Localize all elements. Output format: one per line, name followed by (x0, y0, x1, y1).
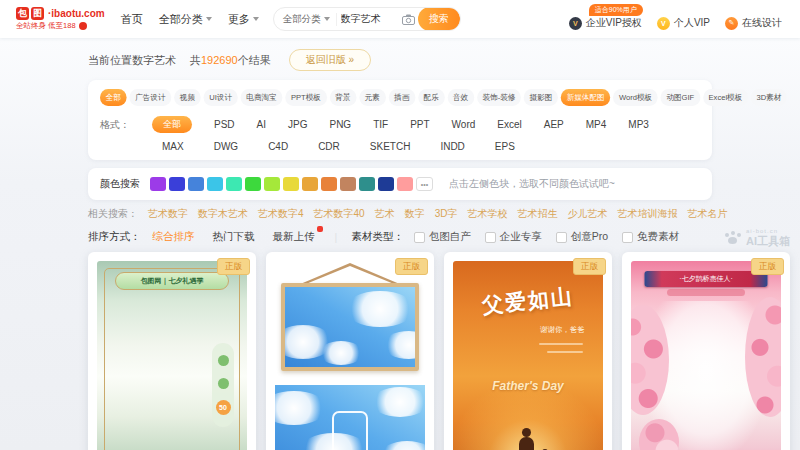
tab-all[interactable]: 全部 (100, 89, 127, 106)
related-link[interactable]: 艺术学校 (467, 207, 507, 221)
tab-video[interactable]: 视频 (174, 89, 201, 106)
result-card-sky-frame[interactable]: 正版 (266, 252, 434, 450)
nav-home[interactable]: 首页 (121, 12, 143, 27)
format-aep[interactable]: AEP (544, 119, 564, 130)
format-dwg[interactable]: DWG (214, 141, 238, 152)
tab-ad-design[interactable]: 广告设计 (129, 89, 171, 106)
personal-vip-icon: V (657, 17, 670, 30)
tab-excel[interactable]: Excel模板 (703, 89, 748, 106)
chevron-down-icon (324, 17, 330, 21)
sort-newest[interactable]: 最新上传 (273, 230, 315, 244)
related-link[interactable]: 艺术培训海报 (617, 207, 677, 221)
format-row-1: 格式： 全部 PSD AI JPG PNG TIF PPT Word Excel… (100, 116, 700, 133)
related-link[interactable]: 艺术数字40 (314, 207, 365, 221)
format-indd[interactable]: INDD (440, 141, 464, 152)
related-link[interactable]: 数字木艺术 (198, 207, 248, 221)
tab-photography[interactable]: 摄影图 (524, 89, 558, 106)
site-logo[interactable]: 包 图 ·ibaotu.com 全站终身 低至188 (16, 7, 105, 31)
color-swatch-orange[interactable] (321, 177, 337, 191)
related-link[interactable]: 少儿艺术 (567, 207, 607, 221)
color-swatch-sky[interactable] (207, 177, 223, 191)
format-cdr[interactable]: CDR (318, 141, 340, 152)
result-card-fathers-day[interactable]: 正版 父爱如山 谢谢你，爸爸 Father's Day (444, 252, 612, 450)
tab-word[interactable]: Word模板 (613, 89, 658, 106)
more-colors-button[interactable]: ••• (416, 177, 433, 191)
format-mp3[interactable]: MP3 (628, 119, 649, 130)
checkbox-enterprise[interactable]: 企业专享 (485, 230, 542, 244)
format-tif[interactable]: TIF (373, 119, 388, 130)
related-link[interactable]: 艺术招生 (517, 207, 557, 221)
coupon-value: 50 (216, 400, 231, 415)
search-button[interactable]: 搜索 (418, 7, 460, 31)
color-swatch-green[interactable] (245, 177, 261, 191)
format-sketch[interactable]: SKETCH (370, 141, 411, 152)
related-link[interactable]: 艺术数字 (148, 207, 188, 221)
enterprise-vip-link[interactable]: V 企业VIP授权 (569, 16, 642, 30)
sort-popular[interactable]: 热门下载 (213, 230, 255, 244)
format-ppt[interactable]: PPT (410, 119, 429, 130)
checkbox-self-produced[interactable]: 包图自产 (414, 230, 471, 244)
color-swatch-teal[interactable] (359, 177, 375, 191)
format-all[interactable]: 全部 (152, 116, 192, 133)
color-swatch-yellow[interactable] (283, 177, 299, 191)
color-swatch-brown[interactable] (340, 177, 356, 191)
tab-sound[interactable]: 音效 (447, 89, 474, 106)
back-to-old-version-button[interactable]: 返回旧版 » (289, 49, 371, 71)
color-swatch-purple[interactable] (150, 177, 166, 191)
format-max[interactable]: MAX (162, 141, 184, 152)
breadcrumb-keyword: 数字艺术 (132, 53, 176, 68)
format-word[interactable]: Word (452, 119, 476, 130)
tab-background[interactable]: 背景 (329, 89, 356, 106)
related-link[interactable]: 数字 (405, 207, 425, 221)
tab-new-media[interactable]: 新媒体配图 (561, 89, 610, 106)
color-swatch-amber[interactable] (302, 177, 318, 191)
format-mp4[interactable]: MP4 (586, 119, 607, 130)
result-card-qixi-green[interactable]: 正版 包图网｜七夕礼遇季 50 (88, 252, 256, 450)
related-link[interactable]: 3D字 (435, 207, 458, 221)
checkbox-icon (556, 232, 567, 243)
format-eps[interactable]: EPS (495, 141, 515, 152)
camera-search-icon[interactable] (402, 14, 415, 25)
new-badge-icon (317, 226, 323, 232)
related-link[interactable]: 艺术 (375, 207, 395, 221)
checkbox-creative-pro[interactable]: 创意Pro (556, 230, 608, 244)
tab-gif[interactable]: 动图GIF (661, 89, 700, 106)
category-tabs: 全部 广告设计 视频 UI设计 电商淘宝 PPT模板 背景 元素 插画 配乐 音… (100, 89, 670, 106)
color-swatch-blue[interactable] (188, 177, 204, 191)
related-searches: 相关搜索： 艺术数字 数字木艺术 艺术数字4 艺术数字40 艺术 数字 3D字 … (88, 207, 800, 221)
tab-ppt[interactable]: PPT模板 (285, 89, 326, 106)
tab-ui-design[interactable]: UI设计 (204, 89, 238, 106)
result-card-qixi-pink[interactable]: 正版 ·七夕鹊桥惠佳人· 20 七夕店庆特惠 (622, 252, 790, 450)
checkbox-free[interactable]: 免费素材 (622, 230, 679, 244)
tab-3d[interactable]: 3D素材 (751, 89, 787, 106)
format-psd[interactable]: PSD (214, 119, 235, 130)
related-link[interactable]: 艺术数字4 (258, 207, 304, 221)
nav-more[interactable]: 更多 (228, 12, 259, 27)
search-input[interactable] (337, 14, 402, 25)
sort-comprehensive[interactable]: 综合排序 (153, 230, 195, 244)
format-jpg[interactable]: JPG (288, 119, 307, 130)
color-swatch-navy[interactable] (378, 177, 394, 191)
color-swatch-indigo[interactable] (169, 177, 185, 191)
personal-vip-link[interactable]: V 个人VIP (657, 16, 710, 30)
format-excel[interactable]: Excel (497, 119, 521, 130)
color-swatch-pink[interactable] (397, 177, 413, 191)
tab-decoration[interactable]: 装饰-装修 (477, 89, 521, 106)
tab-music[interactable]: 配乐 (418, 89, 445, 106)
nav-all-categories[interactable]: 全部分类 (159, 12, 212, 27)
format-c4d[interactable]: C4D (268, 141, 288, 152)
watermark-name: AI工具箱 (746, 236, 790, 247)
search-category-dropdown[interactable]: 全部分类 (274, 13, 337, 26)
color-swatch-mint[interactable] (226, 177, 242, 191)
tab-illustration[interactable]: 插画 (388, 89, 415, 106)
online-design-link[interactable]: ✎ 在线设计 (725, 16, 782, 30)
tab-ecommerce[interactable]: 电商淘宝 (241, 89, 283, 106)
breadcrumb: 当前位置 数字艺术 共 192690 个结果 返回旧版 » (88, 48, 800, 72)
tab-elements[interactable]: 元素 (359, 89, 386, 106)
sort-label: 排序方式： (88, 230, 141, 244)
poster-banner-text: ·七夕鹊桥惠佳人· (645, 271, 768, 287)
color-swatch-lime[interactable] (264, 177, 280, 191)
format-png[interactable]: PNG (329, 119, 351, 130)
related-link[interactable]: 艺术名片 (687, 207, 727, 221)
format-ai[interactable]: AI (257, 119, 266, 130)
